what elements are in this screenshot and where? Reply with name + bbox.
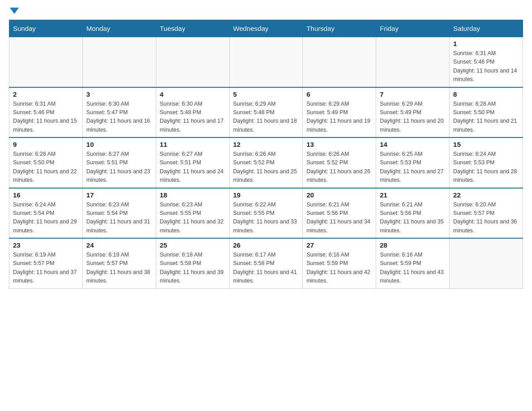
day-info: Sunrise: 6:29 AMSunset: 5:49 PMDaylight:… — [380, 100, 446, 135]
calendar-day-cell: 7Sunrise: 6:29 AMSunset: 5:49 PMDaylight… — [376, 87, 450, 138]
day-number: 27 — [306, 241, 372, 249]
calendar-day-cell: 5Sunrise: 6:29 AMSunset: 5:48 PMDaylight… — [229, 87, 303, 138]
calendar-day-cell: 13Sunrise: 6:26 AMSunset: 5:52 PMDayligh… — [303, 137, 376, 188]
calendar-day-cell: 23Sunrise: 6:19 AMSunset: 5:57 PMDayligh… — [9, 238, 83, 288]
day-number: 18 — [160, 191, 226, 199]
day-number: 3 — [86, 90, 152, 98]
calendar-day-cell: 26Sunrise: 6:17 AMSunset: 5:58 PMDayligh… — [229, 238, 303, 288]
day-info: Sunrise: 6:29 AMSunset: 5:48 PMDaylight:… — [233, 100, 299, 135]
day-number: 11 — [160, 141, 226, 148]
day-of-week-header: Tuesday — [156, 20, 229, 37]
day-info: Sunrise: 6:26 AMSunset: 5:52 PMDaylight:… — [306, 150, 372, 185]
day-info: Sunrise: 6:19 AMSunset: 5:57 PMDaylight:… — [13, 251, 79, 286]
day-info: Sunrise: 6:27 AMSunset: 5:51 PMDaylight:… — [160, 150, 226, 185]
day-number: 9 — [13, 141, 79, 148]
calendar-day-cell: 19Sunrise: 6:22 AMSunset: 5:55 PMDayligh… — [229, 188, 303, 239]
logo — [9, 9, 19, 15]
day-number: 17 — [86, 191, 152, 199]
day-of-week-header: Thursday — [303, 20, 376, 37]
calendar-day-cell: 27Sunrise: 6:16 AMSunset: 5:59 PMDayligh… — [303, 238, 376, 288]
day-info: Sunrise: 6:30 AMSunset: 5:47 PMDaylight:… — [86, 100, 152, 135]
day-number: 4 — [160, 90, 226, 98]
day-info: Sunrise: 6:17 AMSunset: 5:58 PMDaylight:… — [233, 251, 299, 286]
day-info: Sunrise: 6:24 AMSunset: 5:53 PMDaylight:… — [453, 150, 519, 185]
calendar-day-cell: 8Sunrise: 6:28 AMSunset: 5:50 PMDaylight… — [450, 87, 523, 138]
calendar-day-cell: 12Sunrise: 6:26 AMSunset: 5:52 PMDayligh… — [229, 137, 303, 188]
day-info: Sunrise: 6:22 AMSunset: 5:55 PMDaylight:… — [233, 201, 299, 235]
day-info: Sunrise: 6:29 AMSunset: 5:49 PMDaylight:… — [306, 100, 372, 135]
calendar-day-cell: 16Sunrise: 6:24 AMSunset: 5:54 PMDayligh… — [9, 188, 83, 239]
day-number: 6 — [306, 90, 372, 98]
day-number: 23 — [13, 241, 79, 249]
day-info: Sunrise: 6:21 AMSunset: 5:56 PMDaylight:… — [380, 201, 446, 235]
day-info: Sunrise: 6:30 AMSunset: 5:48 PMDaylight:… — [160, 100, 226, 135]
day-info: Sunrise: 6:25 AMSunset: 5:53 PMDaylight:… — [380, 150, 446, 185]
calendar-day-cell: 15Sunrise: 6:24 AMSunset: 5:53 PMDayligh… — [450, 137, 523, 188]
page-header — [9, 9, 523, 15]
day-info: Sunrise: 6:31 AMSunset: 5:46 PMDaylight:… — [453, 49, 519, 84]
calendar-day-cell: 11Sunrise: 6:27 AMSunset: 5:51 PMDayligh… — [156, 137, 229, 188]
day-number: 8 — [453, 90, 519, 98]
calendar-day-cell — [82, 37, 156, 87]
day-of-week-header: Saturday — [450, 20, 523, 37]
calendar-day-cell: 17Sunrise: 6:23 AMSunset: 5:54 PMDayligh… — [82, 188, 156, 239]
day-info: Sunrise: 6:23 AMSunset: 5:55 PMDaylight:… — [160, 201, 226, 235]
day-number: 13 — [306, 141, 372, 148]
day-number: 22 — [453, 191, 519, 199]
calendar-day-cell: 2Sunrise: 6:31 AMSunset: 5:46 PMDaylight… — [9, 87, 83, 138]
calendar-day-cell — [229, 37, 303, 87]
day-info: Sunrise: 6:24 AMSunset: 5:54 PMDaylight:… — [13, 201, 79, 235]
calendar-day-cell: 22Sunrise: 6:20 AMSunset: 5:57 PMDayligh… — [450, 188, 523, 239]
day-number: 25 — [160, 241, 226, 249]
day-of-week-header: Wednesday — [229, 20, 303, 37]
calendar-day-cell: 1Sunrise: 6:31 AMSunset: 5:46 PMDaylight… — [450, 37, 523, 87]
day-info: Sunrise: 6:23 AMSunset: 5:54 PMDaylight:… — [86, 201, 152, 235]
calendar-week-row: 23Sunrise: 6:19 AMSunset: 5:57 PMDayligh… — [9, 238, 523, 288]
day-number: 5 — [233, 90, 299, 98]
calendar-day-cell: 20Sunrise: 6:21 AMSunset: 5:56 PMDayligh… — [303, 188, 376, 239]
calendar-day-cell: 9Sunrise: 6:28 AMSunset: 5:50 PMDaylight… — [9, 137, 83, 188]
day-number: 1 — [453, 40, 519, 47]
day-number: 24 — [86, 241, 152, 249]
calendar-day-cell: 18Sunrise: 6:23 AMSunset: 5:55 PMDayligh… — [156, 188, 229, 239]
day-of-week-header: Sunday — [9, 20, 83, 37]
day-info: Sunrise: 6:16 AMSunset: 5:59 PMDaylight:… — [306, 251, 372, 286]
day-info: Sunrise: 6:31 AMSunset: 5:46 PMDaylight:… — [13, 100, 79, 135]
day-info: Sunrise: 6:16 AMSunset: 5:59 PMDaylight:… — [380, 251, 446, 286]
calendar-day-cell: 14Sunrise: 6:25 AMSunset: 5:53 PMDayligh… — [376, 137, 450, 188]
calendar-day-cell — [156, 37, 229, 87]
day-of-week-header: Monday — [82, 20, 156, 37]
calendar-day-cell: 4Sunrise: 6:30 AMSunset: 5:48 PMDaylight… — [156, 87, 229, 138]
day-number: 7 — [380, 90, 446, 98]
calendar-header-row: SundayMondayTuesdayWednesdayThursdayFrid… — [9, 20, 523, 37]
day-number: 20 — [306, 191, 372, 199]
day-info: Sunrise: 6:20 AMSunset: 5:57 PMDaylight:… — [453, 201, 519, 235]
calendar-day-cell: 10Sunrise: 6:27 AMSunset: 5:51 PMDayligh… — [82, 137, 156, 188]
calendar-week-row: 9Sunrise: 6:28 AMSunset: 5:50 PMDaylight… — [9, 137, 523, 188]
day-number: 10 — [86, 141, 152, 148]
day-number: 19 — [233, 191, 299, 199]
calendar-day-cell: 25Sunrise: 6:18 AMSunset: 5:58 PMDayligh… — [156, 238, 229, 288]
day-number: 14 — [380, 141, 446, 148]
calendar-day-cell — [450, 238, 523, 288]
calendar-week-row: 16Sunrise: 6:24 AMSunset: 5:54 PMDayligh… — [9, 188, 523, 239]
day-number: 15 — [453, 141, 519, 148]
day-number: 26 — [233, 241, 299, 249]
calendar-day-cell: 24Sunrise: 6:19 AMSunset: 5:57 PMDayligh… — [82, 238, 156, 288]
day-number: 28 — [380, 241, 446, 249]
calendar-week-row: 2Sunrise: 6:31 AMSunset: 5:46 PMDaylight… — [9, 87, 523, 138]
calendar-day-cell — [376, 37, 450, 87]
calendar-day-cell: 3Sunrise: 6:30 AMSunset: 5:47 PMDaylight… — [82, 87, 156, 138]
day-info: Sunrise: 6:28 AMSunset: 5:50 PMDaylight:… — [453, 100, 519, 135]
calendar-day-cell — [303, 37, 376, 87]
day-info: Sunrise: 6:27 AMSunset: 5:51 PMDaylight:… — [86, 150, 152, 185]
calendar-day-cell: 21Sunrise: 6:21 AMSunset: 5:56 PMDayligh… — [376, 188, 450, 239]
calendar-day-cell: 6Sunrise: 6:29 AMSunset: 5:49 PMDaylight… — [303, 87, 376, 138]
day-number: 21 — [380, 191, 446, 199]
day-number: 16 — [13, 191, 79, 199]
day-info: Sunrise: 6:18 AMSunset: 5:58 PMDaylight:… — [160, 251, 226, 286]
day-info: Sunrise: 6:26 AMSunset: 5:52 PMDaylight:… — [233, 150, 299, 185]
calendar-table: SundayMondayTuesdayWednesdayThursdayFrid… — [9, 20, 523, 289]
day-info: Sunrise: 6:28 AMSunset: 5:50 PMDaylight:… — [13, 150, 79, 185]
day-info: Sunrise: 6:19 AMSunset: 5:57 PMDaylight:… — [86, 251, 152, 286]
